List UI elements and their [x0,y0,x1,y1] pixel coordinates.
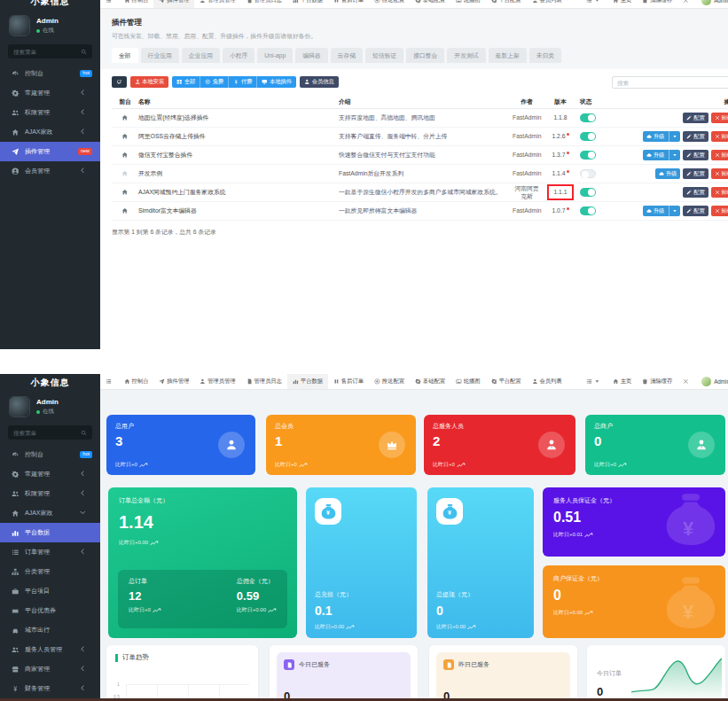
plugin-enabled-toggle[interactable] [580,169,596,178]
nav-tab-售后订单[interactable]: 售后订单 [328,0,369,8]
sidebar-item-权限管理[interactable]: 权限管理 [0,103,100,122]
nav-user-menu[interactable]: Admin [696,374,728,389]
member-info-button[interactable]: 会员信息 [300,76,339,88]
upgrade-button[interactable]: 升级 [655,168,680,179]
nav-tab-基础配置[interactable]: 基础配置 [410,374,450,389]
sidebar-search-input[interactable] [13,49,81,55]
table-search-input[interactable] [612,76,728,89]
uninstall-button[interactable]: 卸载 [711,150,728,160]
plugin-enabled-toggle[interactable] [580,132,596,141]
sidebar-item-平台数据[interactable]: 平台数据 [0,523,100,542]
uninstall-button[interactable]: 卸载 [711,206,728,216]
config-button[interactable]: 配置 [683,187,708,198]
sidebar-item-服务人员管理[interactable]: 服务人员管理 [0,640,100,659]
sidebar-item-控制台[interactable]: 控制台hot [0,64,100,83]
tab-短信验证[interactable]: 短信验证 [365,48,403,63]
nav-fullscreen-toggle[interactable] [677,0,696,8]
sidebar-toggle[interactable] [100,0,119,8]
sidebar-item-会员管理[interactable]: 会员管理 [0,161,100,181]
nav-tab-管理员日志[interactable]: 管理员日志 [241,374,287,389]
nav-tab-会员列表[interactable]: 会员列表 [527,374,568,389]
nav-tab-控制台[interactable]: 控制台 [119,374,154,389]
plugin-enabled-toggle[interactable] [580,206,596,215]
sidebar-item-常规管理[interactable]: 常规管理 [0,464,100,484]
tab-Uni-app[interactable]: Uni-app [257,48,293,63]
upgrade-dropdown-caret[interactable] [669,206,680,216]
nav-tab-售后订单[interactable]: 售后订单 [328,374,369,389]
sidebar-item-权限管理[interactable]: 权限管理 [0,484,100,503]
tab-开发测试[interactable]: 开发测试 [447,48,485,63]
uninstall-button[interactable]: 卸载 [711,187,728,198]
config-button[interactable]: 配置 [683,113,708,123]
tab-最新上架[interactable]: 最新上架 [489,48,527,63]
upgrade-button[interactable]: 升级 [643,131,680,142]
local-install-button[interactable]: 本地安装 [130,76,169,88]
config-button[interactable]: 配置 [683,131,708,142]
nav-tab-管理员日志[interactable]: 管理员日志 [241,0,287,8]
nav-tab-控制台[interactable]: 控制台 [119,0,154,8]
plugin-enabled-toggle[interactable] [580,113,596,122]
plugin-enabled-toggle[interactable] [580,151,596,160]
refresh-button[interactable] [112,76,127,88]
config-button[interactable]: 配置 [683,206,708,216]
nav-fullscreen-toggle[interactable] [677,374,696,389]
nav-tab-基础配置[interactable]: 基础配置 [410,0,450,8]
filter-本地插件[interactable]: 本地插件 [256,76,296,88]
upgrade-dropdown-caret[interactable] [669,131,680,142]
sidebar-item-商家管理[interactable]: 商家管理 [0,659,100,679]
nav-tab-推送配置[interactable]: 推送配置 [369,374,410,389]
sidebar-item-插件管理[interactable]: 插件管理new [0,142,100,161]
sidebar-item-财务管理[interactable]: 财务管理 [0,679,100,698]
nav-window-list-dropdown[interactable] [581,0,607,8]
sidebar-item-平台项目[interactable]: 平台项目 [0,581,100,601]
sidebar-search-input[interactable] [13,430,81,436]
tab-编辑器[interactable]: 编辑器 [295,48,327,63]
nav-user-menu[interactable]: Admin [696,0,728,8]
upgrade-button[interactable]: 升级 [643,150,680,160]
nav-tab-平台配置[interactable]: 平台配置 [486,0,527,8]
config-button[interactable]: 配置 [683,168,708,179]
nav-tab-管理员管理[interactable]: 管理员管理 [194,0,240,8]
nav-tab-轮播图[interactable]: 轮播图 [450,0,486,8]
upgrade-button[interactable]: 升级 [643,206,680,216]
tab-云存储[interactable]: 云存储 [331,48,363,63]
tab-企业应用[interactable]: 企业应用 [182,48,220,63]
sidebar-item-城市出行[interactable]: 城市出行 [0,620,100,640]
sidebar-item-平台优惠券[interactable]: 平台优惠券 [0,601,100,620]
tab-行业应用[interactable]: 行业应用 [141,48,179,63]
nav-tab-管理员管理[interactable]: 管理员管理 [194,374,240,389]
nav-tab-插件管理[interactable]: 插件管理 [153,374,194,389]
uninstall-button[interactable]: 卸载 [711,113,728,123]
tab-未归类[interactable]: 未归类 [529,48,561,63]
nav-tab-会员列表[interactable]: 会员列表 [527,0,568,8]
nav-tab-推送配置[interactable]: 推送配置 [369,0,410,8]
nav-home-link[interactable]: 主页 [607,0,637,8]
nav-tab-平台配置[interactable]: 平台配置 [486,374,527,389]
filter-全部[interactable]: 全部 [172,76,200,88]
sidebar-item-常规管理[interactable]: 常规管理 [0,83,100,103]
nav-tab-插件管理[interactable]: 插件管理 [153,0,194,8]
filter-免费[interactable]: 免费 [200,76,228,88]
upgrade-dropdown-caret[interactable] [669,150,680,160]
plugin-enabled-toggle[interactable] [580,188,596,197]
uninstall-button[interactable]: 卸载 [711,168,728,179]
sidebar-item-订单管理[interactable]: 订单管理 [0,542,100,562]
tab-小程序[interactable]: 小程序 [223,48,254,63]
tab-接口整合[interactable]: 接口整合 [406,48,444,63]
sidebar-item-AJAX家政[interactable]: AJAX家政 [0,503,100,523]
config-button[interactable]: 配置 [683,150,708,160]
uninstall-button[interactable]: 卸载 [711,131,728,142]
nav-tab-平台数据[interactable]: 平台数据 [287,374,328,389]
filter-付费[interactable]: 付费 [228,76,256,88]
nav-clear-cache[interactable]: 清除缓存 [637,374,677,389]
nav-tab-轮播图[interactable]: 轮播图 [450,374,486,389]
sidebar-toggle[interactable] [100,374,119,389]
sidebar-item-AJAX家政[interactable]: AJAX家政 [0,122,100,142]
nav-clear-cache[interactable]: 清除缓存 [637,0,677,8]
sidebar-item-分类管理[interactable]: 分类管理 [0,562,100,581]
nav-window-list-dropdown[interactable] [581,374,607,389]
sidebar-item-控制台[interactable]: 控制台hot [0,445,100,464]
tab-全部[interactable]: 全部 [112,48,138,63]
nav-home-link[interactable]: 主页 [607,374,637,389]
nav-tab-平台数据[interactable]: 平台数据 [287,0,328,8]
